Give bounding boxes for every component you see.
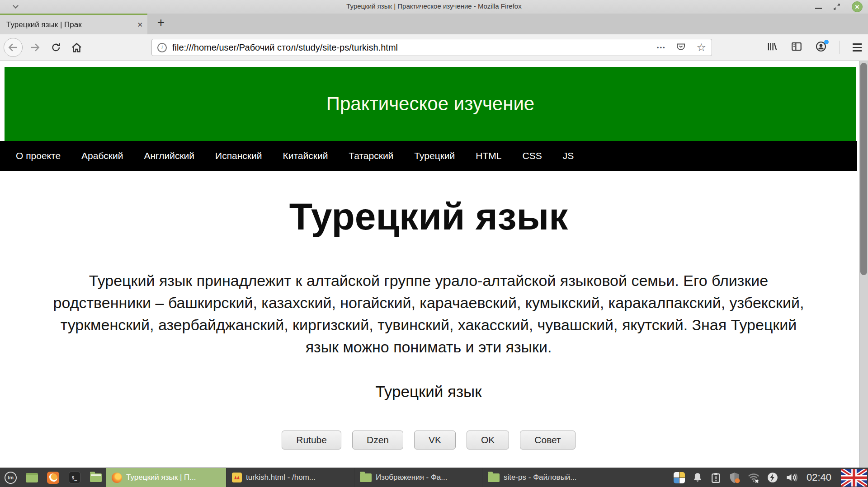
taskbar-window-label: turkish.html - /hom... [246,473,316,482]
keyboard-layout-flag-icon[interactable] [841,469,867,487]
library-icon[interactable] [766,41,778,54]
pocket-icon[interactable] [675,41,686,54]
firefox-icon [47,472,59,484]
firefox-icon [112,473,122,483]
taskbar-window-label: Изображения - Фа... [376,473,448,482]
taskbar: lm $_ Турецкий язык | П... turkish.html … [0,468,868,487]
taskbar-window-editor[interactable]: turkish.html - /hom... [226,468,354,487]
nav-link-html[interactable]: HTML [476,150,501,161]
terminal-icon: $_ [69,472,80,483]
shield-icon[interactable] [728,472,741,484]
window-title: Турецкий язык | Практическое изучение - … [0,2,868,10]
scrollbar-thumb[interactable] [860,63,867,275]
files-launcher[interactable] [85,468,106,487]
tab-title: Турецкий язык | Прак [6,20,135,29]
volume-icon[interactable] [785,471,798,484]
site-banner: Практическое изучение [5,67,856,141]
clock[interactable]: 02:40 [807,472,831,483]
url-bar[interactable]: i file:///home/user/Рабочий стол/study/s… [151,39,712,56]
network-offline-icon[interactable] [747,471,760,484]
toolbar-divider [840,41,840,54]
app-grid-icon[interactable] [674,472,685,483]
close-button[interactable]: ✕ [852,1,863,12]
folder-icon [488,473,500,482]
mint-menu-button[interactable]: lm [0,468,21,487]
back-icon[interactable] [4,38,23,57]
clipboard-alert-icon[interactable] [710,472,722,483]
taskbar-window-label: Турецкий язык | П... [126,473,196,482]
minimize-button[interactable] [815,8,822,9]
forward-icon[interactable] [29,42,41,53]
screen: Турецкий язык | Практическое изучение - … [0,0,868,487]
nav-link-turkish[interactable]: Турецкий [414,150,455,161]
tab-bar: Турецкий язык | Прак ✕ + [0,14,868,34]
text-editor-icon [232,473,242,482]
terminal-launcher[interactable]: $_ [64,468,85,487]
show-desktop-button[interactable] [21,468,42,487]
browser-toolbar: i file:///home/user/Рабочий стол/study/s… [0,34,868,61]
tab-close-icon[interactable]: ✕ [137,21,143,29]
sidebar-icon[interactable] [791,41,802,54]
new-tab-button[interactable]: + [152,15,170,30]
taskbar-window-firefox[interactable]: Турецкий язык | П... [106,468,226,487]
account-icon[interactable] [815,41,827,54]
folder-icon [90,473,102,482]
nav-link-chinese[interactable]: Китайский [283,150,328,161]
bookmark-star-icon[interactable]: ☆ [696,41,706,54]
site-banner-title: Практическое изучение [326,93,534,115]
sovet-button[interactable]: Совет [520,431,575,450]
page-actions-icon[interactable]: ••• [657,44,666,51]
dzen-button[interactable]: Dzen [352,431,403,450]
social-button-row: Rutube Dzen VK OK Совет [0,431,857,450]
site-info-icon[interactable]: i [157,43,167,52]
mint-logo-icon: lm [5,472,17,484]
page-title: Турецкий язык [0,195,857,239]
notifications-bell-icon[interactable] [692,472,703,483]
power-icon[interactable] [767,472,778,483]
taskbar-window-label: site-ps - Файловый... [504,473,577,482]
folder-icon [360,473,372,482]
nav-link-english[interactable]: Английский [144,150,194,161]
site-nav: О проекте Арабский Английский Испанский … [0,141,857,171]
page-paragraph: Турецкий язык принадлежит к алтайской гр… [44,270,813,358]
vk-button[interactable]: VK [414,431,456,450]
nav-link-css[interactable]: CSS [522,150,542,161]
desktop-icon [26,473,38,482]
nav-link-js[interactable]: JS [563,150,574,161]
scrollbar[interactable] [859,61,868,468]
nav-link-spanish[interactable]: Испанский [215,150,262,161]
maximize-icon[interactable] [833,3,841,11]
nav-link-arabic[interactable]: Арабский [81,150,123,161]
nav-link-tatar[interactable]: Татарский [349,150,393,161]
reload-icon[interactable] [51,42,61,53]
ok-button[interactable]: OK [467,431,509,450]
page-subheading: Турецкий язык [0,383,857,401]
nav-link-about[interactable]: О проекте [16,150,61,161]
rutube-button[interactable]: Rutube [282,431,341,450]
menu-icon[interactable] [853,43,862,52]
active-tab[interactable]: Турецкий язык | Прак ✕ [0,14,147,34]
page-viewport: Практическое изучение О проекте Арабский… [0,61,868,468]
home-icon[interactable] [71,42,83,54]
firefox-launcher[interactable] [42,468,64,487]
window-titlebar: Турецкий язык | Практическое изучение - … [0,0,868,14]
taskbar-window-images[interactable]: Изображения - Фа... [354,468,482,487]
taskbar-window-siteps[interactable]: site-ps - Файловый... [482,468,611,487]
notification-dot [824,40,829,44]
url-text[interactable]: file:///home/user/Рабочий стол/study/sit… [172,42,657,53]
